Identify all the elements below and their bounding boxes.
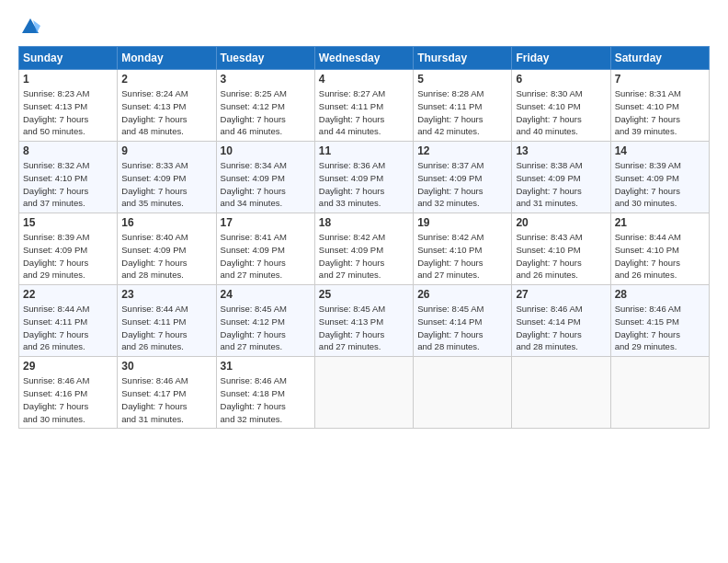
day-number: 1: [23, 73, 113, 86]
header: [18, 17, 710, 37]
day-number: 5: [417, 73, 507, 86]
day-info: Sunrise: 8:42 AMSunset: 4:09 PMDaylight:…: [319, 231, 409, 282]
calendar-cell: 29Sunrise: 8:46 AMSunset: 4:16 PMDayligh…: [19, 357, 118, 429]
weekday-header-sunday: Sunday: [19, 47, 118, 70]
day-info: Sunrise: 8:34 AMSunset: 4:09 PMDaylight:…: [221, 159, 311, 210]
week-row-1: 1Sunrise: 8:23 AMSunset: 4:13 PMDaylight…: [19, 70, 710, 142]
day-info: Sunrise: 8:46 AMSunset: 4:18 PMDaylight:…: [221, 374, 311, 425]
day-number: 17: [221, 216, 311, 229]
calendar-cell: 22Sunrise: 8:44 AMSunset: 4:11 PMDayligh…: [19, 285, 118, 357]
day-info: Sunrise: 8:40 AMSunset: 4:09 PMDaylight:…: [121, 231, 211, 282]
page: SundayMondayTuesdayWednesdayThursdayFrid…: [0, 0, 728, 563]
day-info: Sunrise: 8:39 AMSunset: 4:09 PMDaylight:…: [615, 159, 705, 210]
calendar-cell: 10Sunrise: 8:34 AMSunset: 4:09 PMDayligh…: [216, 142, 314, 213]
weekday-header-thursday: Thursday: [414, 47, 512, 70]
day-number: 15: [23, 216, 113, 229]
calendar-cell: 17Sunrise: 8:41 AMSunset: 4:09 PMDayligh…: [216, 213, 314, 285]
day-info: Sunrise: 8:37 AMSunset: 4:09 PMDaylight:…: [417, 159, 507, 210]
calendar-cell: 30Sunrise: 8:46 AMSunset: 4:17 PMDayligh…: [118, 357, 216, 429]
calendar-cell: 9Sunrise: 8:33 AMSunset: 4:09 PMDaylight…: [118, 142, 216, 213]
day-number: 30: [121, 360, 211, 373]
day-number: 4: [319, 73, 409, 86]
day-info: Sunrise: 8:38 AMSunset: 4:09 PMDaylight:…: [516, 159, 606, 210]
calendar-cell: 8Sunrise: 8:32 AMSunset: 4:10 PMDaylight…: [19, 142, 118, 213]
calendar-cell: 28Sunrise: 8:46 AMSunset: 4:15 PMDayligh…: [610, 285, 709, 357]
calendar-cell: 12Sunrise: 8:37 AMSunset: 4:09 PMDayligh…: [414, 142, 512, 213]
day-number: 25: [319, 288, 409, 301]
day-number: 14: [615, 144, 705, 157]
day-number: 19: [417, 216, 507, 229]
day-number: 12: [417, 144, 507, 157]
calendar-cell: 6Sunrise: 8:30 AMSunset: 4:10 PMDaylight…: [512, 70, 610, 142]
day-number: 3: [221, 73, 311, 86]
calendar-cell: 5Sunrise: 8:28 AMSunset: 4:11 PMDaylight…: [414, 70, 512, 142]
day-number: 23: [121, 288, 211, 301]
calendar-cell: 2Sunrise: 8:24 AMSunset: 4:13 PMDaylight…: [118, 70, 216, 142]
calendar-cell: 18Sunrise: 8:42 AMSunset: 4:09 PMDayligh…: [314, 213, 413, 285]
week-row-2: 8Sunrise: 8:32 AMSunset: 4:10 PMDaylight…: [19, 142, 710, 213]
day-info: Sunrise: 8:30 AMSunset: 4:10 PMDaylight:…: [516, 87, 606, 138]
calendar-cell: [314, 357, 413, 429]
weekday-header-monday: Monday: [118, 47, 216, 70]
calendar-cell: 16Sunrise: 8:40 AMSunset: 4:09 PMDayligh…: [118, 213, 216, 285]
day-number: 9: [121, 144, 211, 157]
day-number: 2: [121, 73, 211, 86]
logo: [18, 17, 40, 37]
weekday-header-wednesday: Wednesday: [314, 47, 413, 70]
calendar-cell: 24Sunrise: 8:45 AMSunset: 4:12 PMDayligh…: [216, 285, 314, 357]
day-info: Sunrise: 8:32 AMSunset: 4:10 PMDaylight:…: [23, 159, 113, 210]
day-info: Sunrise: 8:27 AMSunset: 4:11 PMDaylight:…: [319, 87, 409, 138]
day-number: 20: [516, 216, 606, 229]
day-info: Sunrise: 8:46 AMSunset: 4:17 PMDaylight:…: [121, 374, 211, 425]
day-number: 24: [221, 288, 311, 301]
calendar-cell: 4Sunrise: 8:27 AMSunset: 4:11 PMDaylight…: [314, 70, 413, 142]
day-info: Sunrise: 8:46 AMSunset: 4:16 PMDaylight:…: [23, 374, 113, 425]
day-number: 27: [516, 288, 606, 301]
day-info: Sunrise: 8:25 AMSunset: 4:12 PMDaylight:…: [221, 87, 311, 138]
day-number: 6: [516, 73, 606, 86]
calendar-cell: 13Sunrise: 8:38 AMSunset: 4:09 PMDayligh…: [512, 142, 610, 213]
day-info: Sunrise: 8:44 AMSunset: 4:11 PMDaylight:…: [121, 303, 211, 353]
day-info: Sunrise: 8:39 AMSunset: 4:09 PMDaylight:…: [23, 231, 113, 282]
day-number: 10: [221, 144, 311, 157]
day-number: 22: [23, 288, 113, 301]
calendar-cell: 21Sunrise: 8:44 AMSunset: 4:10 PMDayligh…: [610, 213, 709, 285]
day-number: 18: [319, 216, 409, 229]
day-info: Sunrise: 8:44 AMSunset: 4:10 PMDaylight:…: [615, 231, 705, 282]
day-number: 28: [615, 288, 705, 301]
calendar-cell: 31Sunrise: 8:46 AMSunset: 4:18 PMDayligh…: [216, 357, 314, 429]
day-number: 31: [221, 360, 311, 373]
day-info: Sunrise: 8:33 AMSunset: 4:09 PMDaylight:…: [121, 159, 211, 210]
calendar-cell: [414, 357, 512, 429]
week-row-4: 22Sunrise: 8:44 AMSunset: 4:11 PMDayligh…: [19, 285, 710, 357]
day-info: Sunrise: 8:41 AMSunset: 4:09 PMDaylight:…: [221, 231, 311, 282]
day-number: 16: [121, 216, 211, 229]
calendar-cell: 19Sunrise: 8:42 AMSunset: 4:10 PMDayligh…: [414, 213, 512, 285]
weekday-header-friday: Friday: [512, 47, 610, 70]
day-number: 13: [516, 144, 606, 157]
weekday-header-row: SundayMondayTuesdayWednesdayThursdayFrid…: [19, 47, 710, 70]
day-info: Sunrise: 8:31 AMSunset: 4:10 PMDaylight:…: [615, 87, 705, 138]
day-number: 11: [319, 144, 409, 157]
calendar-cell: 1Sunrise: 8:23 AMSunset: 4:13 PMDaylight…: [19, 70, 118, 142]
day-number: 7: [615, 73, 705, 86]
week-row-3: 15Sunrise: 8:39 AMSunset: 4:09 PMDayligh…: [19, 213, 710, 285]
calendar-cell: 11Sunrise: 8:36 AMSunset: 4:09 PMDayligh…: [314, 142, 413, 213]
calendar-cell: 3Sunrise: 8:25 AMSunset: 4:12 PMDaylight…: [216, 70, 314, 142]
calendar-cell: 26Sunrise: 8:45 AMSunset: 4:14 PMDayligh…: [414, 285, 512, 357]
calendar-cell: 20Sunrise: 8:43 AMSunset: 4:10 PMDayligh…: [512, 213, 610, 285]
calendar-cell: 14Sunrise: 8:39 AMSunset: 4:09 PMDayligh…: [610, 142, 709, 213]
day-info: Sunrise: 8:43 AMSunset: 4:10 PMDaylight:…: [516, 231, 606, 282]
day-info: Sunrise: 8:23 AMSunset: 4:13 PMDaylight:…: [23, 87, 113, 138]
calendar-cell: 27Sunrise: 8:46 AMSunset: 4:14 PMDayligh…: [512, 285, 610, 357]
day-info: Sunrise: 8:45 AMSunset: 4:12 PMDaylight:…: [221, 303, 311, 353]
day-number: 21: [615, 216, 705, 229]
day-info: Sunrise: 8:45 AMSunset: 4:13 PMDaylight:…: [319, 303, 409, 353]
day-info: Sunrise: 8:45 AMSunset: 4:14 PMDaylight:…: [417, 303, 507, 353]
day-info: Sunrise: 8:36 AMSunset: 4:09 PMDaylight:…: [319, 159, 409, 210]
calendar-cell: 15Sunrise: 8:39 AMSunset: 4:09 PMDayligh…: [19, 213, 118, 285]
day-info: Sunrise: 8:42 AMSunset: 4:10 PMDaylight:…: [417, 231, 507, 282]
logo-icon: [20, 17, 40, 37]
day-number: 29: [23, 360, 113, 373]
day-info: Sunrise: 8:28 AMSunset: 4:11 PMDaylight:…: [417, 87, 507, 138]
